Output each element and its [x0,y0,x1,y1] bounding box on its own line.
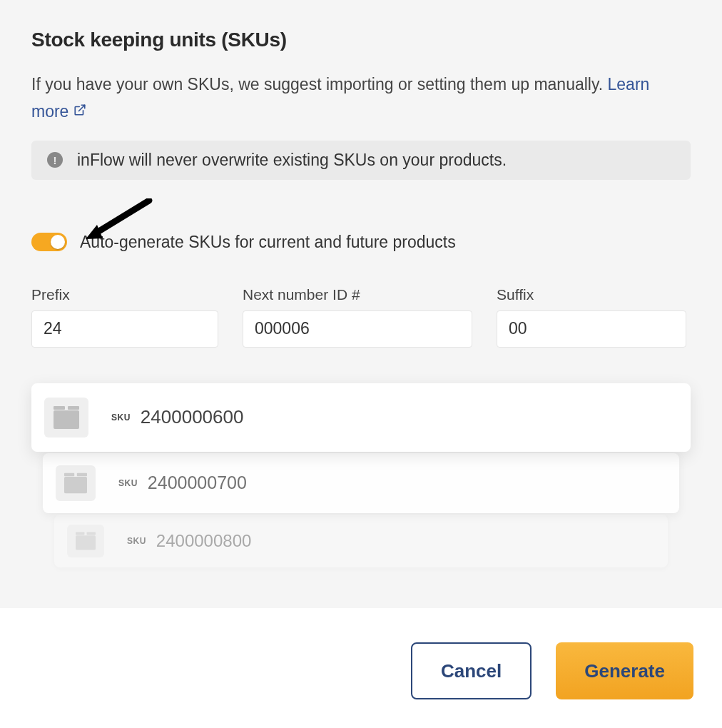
product-box-icon [56,465,96,501]
sku-settings-dialog: Stock keeping units (SKUs) If you have y… [0,0,722,728]
next-number-field: Next number ID # [243,286,472,348]
next-number-label: Next number ID # [243,286,472,303]
toggle-knob [51,235,65,249]
suffix-field: Suffix [497,286,686,348]
svg-rect-2 [54,406,65,410]
sku-badge: SKU [118,478,138,488]
page-title: Stock keeping units (SKUs) [31,29,691,51]
prefix-field: Prefix [31,286,218,348]
preview-card: SKU 2400000800 [54,515,668,567]
svg-rect-5 [64,472,74,475]
sku-fields: Prefix Next number ID # Suffix [31,286,691,348]
prefix-label: Prefix [31,286,218,303]
suffix-label: Suffix [497,286,686,303]
sku-value: 2400000800 [156,531,251,551]
sku-value: 2400000700 [148,472,247,493]
product-box-icon [44,398,88,438]
svg-rect-6 [77,472,87,475]
svg-rect-9 [87,532,96,535]
prefix-input[interactable] [31,310,218,348]
preview-card: SKU 2400000600 [31,383,691,452]
sku-preview-stack: SKU 2400000600 SKU 2400000700 [31,383,691,569]
info-text: inFlow will never overwrite existing SKU… [77,151,507,170]
svg-rect-4 [64,477,87,493]
suffix-input[interactable] [497,310,686,348]
svg-rect-3 [68,406,79,410]
cancel-button[interactable]: Cancel [411,642,532,699]
external-link-icon [73,98,86,124]
next-number-input[interactable] [243,310,472,348]
svg-rect-1 [54,410,79,429]
sku-badge: SKU [127,536,146,546]
auto-generate-row: Auto-generate SKUs for current and futur… [31,233,691,252]
auto-generate-label: Auto-generate SKUs for current and futur… [80,233,456,252]
generate-button[interactable]: Generate [556,642,693,699]
annotation-arrow [31,201,691,230]
info-banner: ! inFlow will never overwrite existing S… [31,141,691,180]
svg-rect-8 [76,532,84,535]
svg-rect-7 [76,535,96,550]
auto-generate-toggle[interactable] [31,233,67,251]
info-icon: ! [47,152,63,168]
description: If you have your own SKUs, we suggest im… [31,71,691,125]
preview-card: SKU 2400000700 [43,453,679,513]
dialog-footer: Cancel Generate [0,608,722,728]
description-text: If you have your own SKUs, we suggest im… [31,75,608,93]
sku-value: 2400000600 [141,406,244,428]
sku-badge: SKU [111,413,131,423]
product-box-icon [67,525,104,557]
